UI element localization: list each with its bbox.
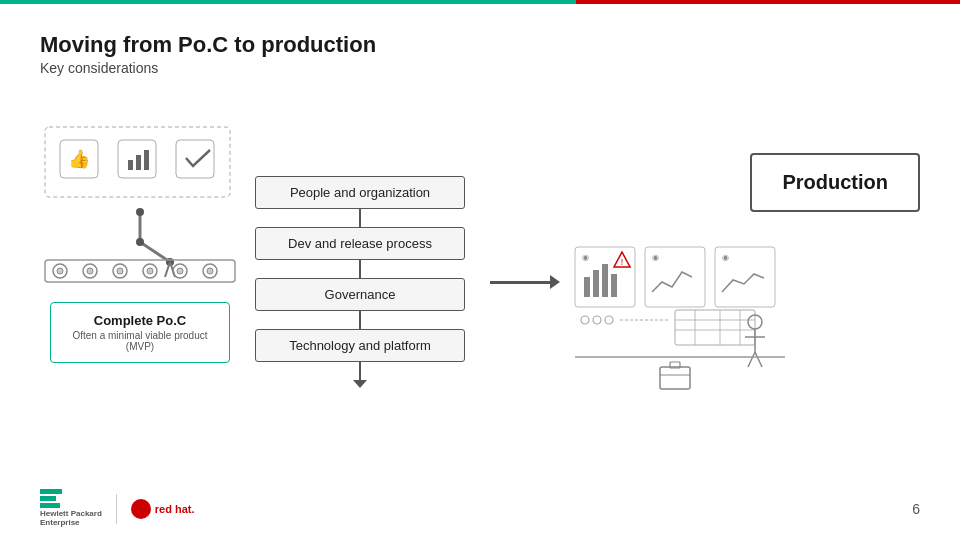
footer-logos: Hewlett Packard Enterprise red hat. xyxy=(40,489,195,528)
svg-point-19 xyxy=(87,268,93,274)
svg-text:◉: ◉ xyxy=(652,253,659,262)
svg-rect-5 xyxy=(136,155,141,170)
right-arrow xyxy=(490,275,560,289)
svg-point-17 xyxy=(57,268,63,274)
connector xyxy=(359,260,361,278)
hpe-bar-2 xyxy=(40,496,56,501)
svg-rect-30 xyxy=(584,277,590,297)
stack-item-people: People and organization xyxy=(255,176,465,209)
svg-text:👍: 👍 xyxy=(68,148,91,170)
poc-box: Complete Po.C Often a minimal viable pro… xyxy=(50,302,230,363)
svg-rect-31 xyxy=(593,270,599,297)
arrow-head-icon xyxy=(550,275,560,289)
svg-rect-33 xyxy=(611,274,617,297)
arrow-down-icon xyxy=(353,380,367,388)
main-content: 👍 xyxy=(40,96,920,388)
connector xyxy=(359,311,361,329)
left-illustration: 👍 xyxy=(40,122,240,363)
redhat-logo: red hat. xyxy=(131,499,195,519)
hpe-bar-1 xyxy=(40,489,62,494)
svg-line-54 xyxy=(755,352,762,367)
production-box: Production xyxy=(750,153,920,212)
svg-rect-4 xyxy=(128,160,133,170)
svg-rect-56 xyxy=(660,367,690,389)
svg-rect-44 xyxy=(675,310,755,345)
svg-point-21 xyxy=(117,268,123,274)
svg-point-40 xyxy=(581,316,589,324)
factory-illustration: 👍 xyxy=(40,122,240,287)
page-title: Moving from Po.C to production xyxy=(40,32,920,58)
svg-rect-32 xyxy=(602,264,608,297)
svg-line-53 xyxy=(748,352,755,367)
poc-title: Complete Po.C xyxy=(65,313,215,328)
svg-point-25 xyxy=(177,268,183,274)
redhat-text: red hat. xyxy=(155,503,195,515)
stack-item-technology: Technology and platform xyxy=(255,329,465,362)
stack-item-governance: Governance xyxy=(255,278,465,311)
connector xyxy=(359,362,361,380)
svg-text:!: ! xyxy=(621,257,624,267)
hpe-text-line2: Enterprise xyxy=(40,519,80,528)
arrow-line xyxy=(490,281,550,284)
svg-point-10 xyxy=(136,208,144,216)
production-label: Production xyxy=(782,171,888,193)
svg-point-23 xyxy=(147,268,153,274)
connector xyxy=(359,209,361,227)
hpe-bars-3 xyxy=(40,503,60,508)
hpe-bars-2 xyxy=(40,496,56,501)
stack-item-dev: Dev and release process xyxy=(255,227,465,260)
page-subtitle: Key considerations xyxy=(40,60,920,76)
hpe-bar-3 xyxy=(40,503,60,508)
svg-point-42 xyxy=(605,316,613,324)
logo-divider xyxy=(116,494,117,524)
svg-point-27 xyxy=(207,268,213,274)
poc-subtitle: Often a minimal viable product (MVP) xyxy=(65,330,215,352)
hpe-logo: Hewlett Packard Enterprise xyxy=(40,489,102,528)
svg-text:◉: ◉ xyxy=(722,253,729,262)
svg-rect-7 xyxy=(176,140,214,178)
svg-rect-6 xyxy=(144,150,149,170)
svg-text:◉: ◉ xyxy=(582,253,589,262)
page-number: 6 xyxy=(912,501,920,517)
considerations-stack: People and organization Dev and release … xyxy=(250,176,470,388)
redhat-circle-icon xyxy=(131,499,151,519)
svg-point-11 xyxy=(136,238,144,246)
hpe-bars xyxy=(40,489,62,494)
svg-point-41 xyxy=(593,316,601,324)
footer: Hewlett Packard Enterprise red hat. 6 xyxy=(40,489,920,528)
dashboard-illustration: ◉ ! ◉ ◉ xyxy=(570,242,800,412)
svg-line-9 xyxy=(140,242,170,262)
